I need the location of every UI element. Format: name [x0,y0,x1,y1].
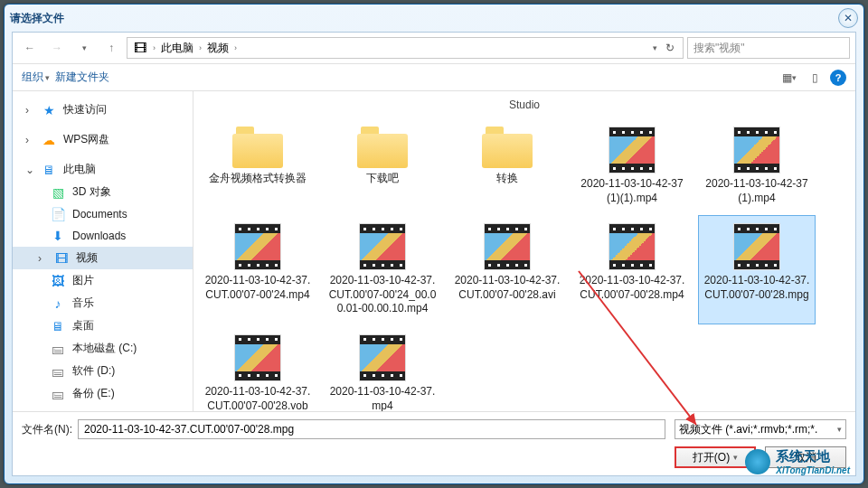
file-item[interactable]: 2020-11-03-10-42-37.CUT.00'07-00'28.mp4 [573,215,691,324]
file-label: 2020-11-03-10-42-37.CUT.00'07-00'28.avi [453,274,561,302]
video-thumbnail [733,127,780,174]
help-button[interactable]: ? [830,70,846,86]
sidebar: ›★快速访问 ›☁WPS网盘 ⌄🖥此电脑 ▧3D 对象 📄Documents ⬇… [13,91,193,411]
sidebar-thispc[interactable]: ⌄🖥此电脑 [13,158,193,181]
file-label: 2020-11-03-10-42-37.CUT.00'07-00'28.mpg [703,274,811,302]
chevron-right-icon: › [199,43,202,52]
sidebar-downloads[interactable]: ⬇Downloads [13,225,193,247]
sidebar-wps[interactable]: ›☁WPS网盘 [13,128,193,151]
filename-input[interactable] [78,419,665,439]
new-folder-button[interactable]: 新建文件夹 [55,70,109,85]
file-item[interactable]: 2020-11-03-10-42-37.CUT.00'07-00'24.mp4 [199,215,316,324]
drive-icon: 🖴 [51,387,65,401]
file-label: 2020-11-03-10-42-37.mp4 [328,385,437,411]
file-item[interactable]: 2020-11-03-10-42-37.CUT.00'07-00'24_00.0… [324,215,441,324]
pc-icon: 🖥 [42,163,56,177]
path-videos[interactable]: 视频 [203,38,232,58]
cube-icon: ▧ [51,185,65,200]
path-root-icon[interactable]: 🎞 [129,38,151,58]
video-thumbnail [609,127,656,174]
file-item[interactable]: 下载吧 [324,118,441,213]
video-thumbnail [234,223,281,270]
organize-menu[interactable]: 组织 ▾ [22,70,50,85]
sidebar-edrive[interactable]: 🖴备份 (E:) [13,382,193,405]
chevron-right-icon: › [234,43,237,52]
drive-icon: 🖴 [51,364,65,379]
path-thispc[interactable]: 此电脑 [157,38,197,58]
titlebar: 请选择文件 ✕ [5,5,863,32]
sidebar-3d[interactable]: ▧3D 对象 [13,181,193,203]
file-item[interactable]: 转换 [448,118,566,213]
folder-icon [232,127,283,168]
file-item[interactable]: 2020-11-03-10-42-37.CUT.00'07-00'28.vob [199,326,316,411]
history-dropdown[interactable]: ▾ [72,36,96,60]
sidebar-quick-access[interactable]: ›★快速访问 [13,99,193,121]
refresh-button[interactable]: ↻ [659,37,681,59]
breadcrumb[interactable]: 🎞 › 此电脑 › 视频 › ▾ ↻ [127,37,684,59]
sidebar-ddrive[interactable]: 🖴软件 (D:) [13,360,193,382]
doc-icon: 📄 [51,207,65,221]
dialog-title: 请选择文件 [10,11,64,26]
forward-button[interactable]: → [45,36,69,60]
folder-icon [482,127,533,168]
sidebar-pictures[interactable]: 🖼图片 [13,269,193,292]
open-button[interactable]: 打开(O) ▾ [675,446,756,468]
dialog-body: ← → ▾ ↑ 🎞 › 此电脑 › 视频 › ▾ ↻ 搜索"视频" 组织 ▾ 新… [12,32,856,476]
file-label: 2020-11-03-10-42-37.CUT.00'07-00'24_00.0… [328,274,437,316]
file-item[interactable]: 2020-11-03-10-42-37.CUT.00'07-00'28.avi [448,215,566,324]
file-item[interactable]: 2020-11-03-10-42-37(1).mp4 [698,118,816,213]
file-label: 2020-11-03-10-42-37(1)(1).mp4 [578,177,686,205]
toolbar: 组织 ▾ 新建文件夹 ▦ ▾ ▯ ? [13,64,855,91]
watermark-logo [745,449,770,474]
star-icon: ★ [42,103,56,117]
nav-row: ← → ▾ ↑ 🎞 › 此电脑 › 视频 › ▾ ↻ 搜索"视频" [13,33,855,64]
sidebar-videos[interactable]: ›🎞视频 [13,247,193,269]
sidebar-cdrive[interactable]: 🖴本地磁盘 (C:) [13,337,193,360]
search-placeholder: 搜索"视频" [693,41,745,56]
video-thumbnail [484,223,531,270]
chevron-right-icon: › [153,43,156,52]
download-icon: ⬇ [51,229,65,243]
button-row: 打开(O) ▾ 取消 [22,446,846,468]
view-icons-button[interactable]: ▦ ▾ [779,68,799,88]
video-thumbnail [733,223,780,270]
preview-pane-button[interactable]: ▯ [805,68,825,88]
path-dropdown[interactable]: ▾ [653,43,657,52]
file-item[interactable]: 2020-11-03-10-42-37.mp4 [324,326,441,411]
up-button[interactable]: ↑ [99,36,123,60]
file-label: 2020-11-03-10-42-37(1).mp4 [703,177,811,205]
footer: 文件名(N): 视频文件 (*.avi;*.rmvb;*.rm;*. ▾ 打开(… [13,411,855,475]
watermark-text1: 系统天地 [776,448,850,465]
search-input[interactable]: 搜索"视频" [687,37,850,59]
filetype-combo[interactable]: 视频文件 (*.avi;*.rmvb;*.rm;*. ▾ [675,419,846,439]
video-thumbnail [359,334,406,381]
close-button[interactable]: ✕ [838,8,858,28]
music-icon: ♪ [51,296,65,311]
picture-icon: 🖼 [51,274,65,288]
file-label: 金舟视频格式转换器 [209,172,307,186]
file-item[interactable]: 金舟视频格式转换器 [199,118,316,213]
file-item[interactable]: 2020-11-03-10-42-37(1)(1).mp4 [573,118,691,213]
file-item[interactable]: 2020-11-03-10-42-37.CUT.00'07-00'28.mpg [698,215,816,324]
video-icon: 🎞 [54,251,69,266]
sidebar-desktop[interactable]: 🖥桌面 [13,314,193,337]
sidebar-music[interactable]: ♪音乐 [13,292,193,314]
file-label: 2020-11-03-10-42-37.CUT.00'07-00'28.vob [203,385,312,411]
watermark-text2: XiTongTianDi.net [776,465,850,475]
filename-row: 文件名(N): 视频文件 (*.avi;*.rmvb;*.rm;*. ▾ [22,419,846,439]
watermark: 系统天地 XiTongTianDi.net [745,448,850,475]
video-thumbnail [359,223,406,270]
drive-icon: 🖴 [51,342,65,356]
video-thumbnail [609,223,656,270]
dialog-frame: 请选择文件 ✕ ← → ▾ ↑ 🎞 › 此电脑 › 视频 › ▾ ↻ 搜索"视频… [4,4,864,484]
file-grid: 金舟视频格式转换器下载吧转换2020-11-03-10-42-37(1)(1).… [195,118,854,411]
file-label: 2020-11-03-10-42-37.CUT.00'07-00'24.mp4 [203,274,312,302]
back-button[interactable]: ← [18,36,42,60]
sidebar-documents[interactable]: 📄Documents [13,203,193,225]
group-header: Studio [195,99,854,111]
file-pane[interactable]: Studio 金舟视频格式转换器下载吧转换2020-11-03-10-42-37… [193,91,855,411]
folder-icon [357,127,408,168]
cloud-icon: ☁ [42,133,56,147]
file-label: 转换 [496,172,518,186]
main-body: ›★快速访问 ›☁WPS网盘 ⌄🖥此电脑 ▧3D 对象 📄Documents ⬇… [13,91,855,411]
